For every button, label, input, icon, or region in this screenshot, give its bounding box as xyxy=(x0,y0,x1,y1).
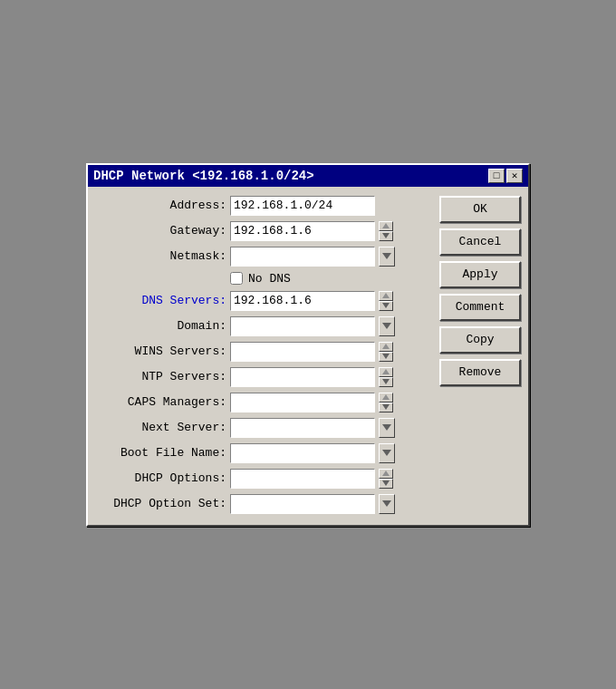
next-server-input[interactable] xyxy=(230,418,375,438)
wins-spinner xyxy=(379,342,393,362)
caps-managers-input[interactable] xyxy=(230,393,375,412)
dns-spinner xyxy=(379,291,393,311)
comment-button[interactable]: Comment xyxy=(439,294,521,321)
dns-down-button[interactable] xyxy=(379,301,393,311)
wins-up-button[interactable] xyxy=(379,342,393,352)
domain-dropdown-button[interactable] xyxy=(379,316,395,336)
down-arrow-icon xyxy=(382,379,390,384)
dhcp-options-row: DHCP Options: xyxy=(95,469,432,489)
copy-button[interactable]: Copy xyxy=(439,326,521,354)
dhcp-options-up-button[interactable] xyxy=(379,469,393,479)
dns-servers-row: DNS Servers: xyxy=(95,291,432,311)
netmask-row: Netmask: xyxy=(95,247,432,267)
ntp-down-button[interactable] xyxy=(379,377,393,387)
wins-servers-row: WINS Servers: xyxy=(95,342,432,362)
title-bar: DHCP Network <192.168.1.0/24> □ ✕ xyxy=(88,165,528,187)
boot-file-name-input[interactable] xyxy=(230,443,375,463)
dhcp-option-set-input[interactable] xyxy=(230,494,375,514)
dhcp-option-set-row: DHCP Option Set: xyxy=(95,494,432,514)
apply-button[interactable]: Apply xyxy=(439,261,521,288)
window-content: Address: Gateway: Netmask: xyxy=(88,187,528,525)
dns-servers-input[interactable] xyxy=(230,291,375,311)
up-arrow-icon xyxy=(382,223,390,228)
wins-servers-input[interactable] xyxy=(230,342,375,362)
minimize-icon: □ xyxy=(494,170,500,181)
main-window: DHCP Network <192.168.1.0/24> □ ✕ Addres… xyxy=(86,163,530,527)
domain-row: Domain: xyxy=(95,316,432,336)
caps-managers-label: CAPS Managers: xyxy=(95,395,226,409)
up-arrow-icon xyxy=(382,293,390,298)
dhcp-options-down-button[interactable] xyxy=(379,479,393,489)
address-input[interactable] xyxy=(230,196,375,216)
down-arrow-icon xyxy=(382,303,390,308)
close-icon: ✕ xyxy=(512,170,518,181)
no-dns-row: No DNS xyxy=(95,272,432,286)
ntp-up-button[interactable] xyxy=(379,367,393,377)
gateway-input[interactable] xyxy=(230,221,375,241)
wins-servers-label: WINS Servers: xyxy=(95,344,226,358)
netmask-input[interactable] xyxy=(230,247,375,267)
dhcp-option-set-dropdown-button[interactable] xyxy=(379,494,395,514)
minimize-button[interactable]: □ xyxy=(488,169,505,183)
dhcp-options-input[interactable] xyxy=(230,469,375,489)
down-arrow-icon xyxy=(382,480,390,486)
next-server-dropdown-button[interactable] xyxy=(379,418,395,438)
close-button[interactable]: ✕ xyxy=(506,169,523,183)
dns-servers-label: DNS Servers: xyxy=(95,294,226,307)
next-server-row: Next Server: xyxy=(95,418,432,438)
ntp-servers-label: NTP Servers: xyxy=(95,370,226,383)
ok-button[interactable]: OK xyxy=(439,196,521,223)
caps-spinner xyxy=(379,393,393,412)
cancel-button[interactable]: Cancel xyxy=(439,228,521,256)
dhcp-option-set-label: DHCP Option Set: xyxy=(95,497,226,510)
gateway-row: Gateway: xyxy=(95,221,432,241)
down-arrow-icon xyxy=(382,404,390,410)
dropdown-arrow-icon xyxy=(382,323,391,329)
dhcp-options-label: DHCP Options: xyxy=(95,471,226,485)
caps-down-button[interactable] xyxy=(379,403,393,412)
netmask-dropdown-button[interactable] xyxy=(379,247,395,267)
netmask-label: Netmask: xyxy=(95,249,226,263)
buttons-area: OK Cancel Apply Comment Copy Remove xyxy=(439,196,521,514)
caps-managers-row: CAPS Managers: xyxy=(95,393,432,412)
ntp-servers-input[interactable] xyxy=(230,367,375,387)
gateway-down-button[interactable] xyxy=(379,231,393,241)
dns-up-button[interactable] xyxy=(379,291,393,301)
up-arrow-icon xyxy=(382,471,390,476)
dropdown-arrow-icon xyxy=(382,450,391,456)
domain-input[interactable] xyxy=(230,316,375,336)
address-row: Address: xyxy=(95,196,432,216)
dropdown-arrow-icon xyxy=(382,424,391,431)
gateway-spinner xyxy=(379,221,393,241)
boot-file-name-row: Boot File Name: xyxy=(95,443,432,463)
down-arrow-icon xyxy=(382,354,390,359)
up-arrow-icon xyxy=(382,394,390,400)
next-server-label: Next Server: xyxy=(95,421,226,434)
wins-down-button[interactable] xyxy=(379,352,393,362)
title-bar-buttons: □ ✕ xyxy=(488,169,523,183)
boot-file-name-label: Boot File Name: xyxy=(95,446,226,460)
gateway-up-button[interactable] xyxy=(379,221,393,231)
remove-button[interactable]: Remove xyxy=(439,359,521,386)
address-label: Address: xyxy=(95,199,226,212)
up-arrow-icon xyxy=(382,369,390,374)
form-area: Address: Gateway: Netmask: xyxy=(95,196,432,514)
window-title: DHCP Network <192.168.1.0/24> xyxy=(93,169,314,183)
ntp-servers-row: NTP Servers: xyxy=(95,367,432,387)
domain-label: Domain: xyxy=(95,319,226,333)
no-dns-label: No DNS xyxy=(248,272,291,286)
caps-up-button[interactable] xyxy=(379,393,393,403)
ntp-spinner xyxy=(379,367,393,387)
down-arrow-icon xyxy=(382,233,390,238)
gateway-label: Gateway: xyxy=(95,224,226,238)
up-arrow-icon xyxy=(382,344,390,349)
dropdown-arrow-icon xyxy=(382,500,391,507)
dropdown-arrow-icon xyxy=(382,253,391,259)
boot-file-dropdown-button[interactable] xyxy=(379,443,395,463)
no-dns-checkbox[interactable] xyxy=(230,272,243,285)
dhcp-options-spinner xyxy=(379,469,393,489)
